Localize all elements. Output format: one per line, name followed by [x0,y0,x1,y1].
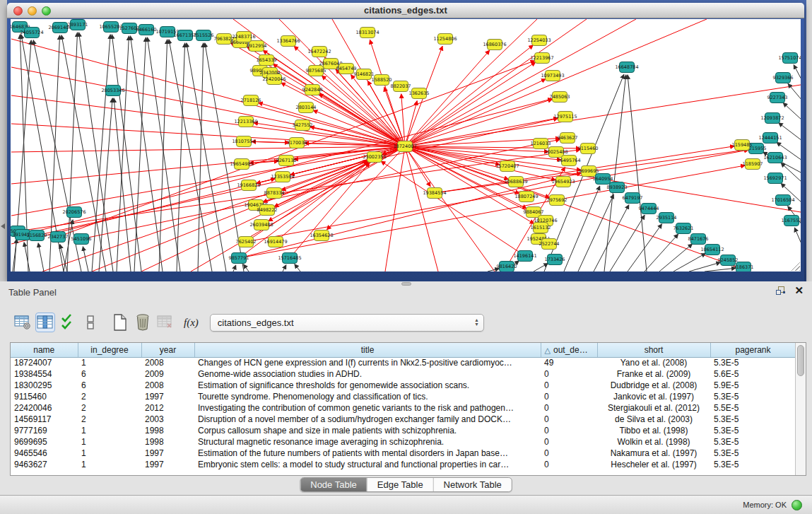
table-cell[interactable]: 14569117 [11,414,78,425]
table-cell[interactable]: Yano et al. (2008) [597,357,710,368]
tab-edge-table[interactable]: Edge Table [367,478,433,491]
table-cell[interactable]: 9699695 [11,436,78,448]
delete-table-icon[interactable] [155,313,175,332]
table-cell[interactable]: 0 [541,448,597,459]
float-panel-icon[interactable] [775,286,786,296]
column-header-name[interactable]: name [11,343,78,357]
table-cell[interactable]: 5.9E-5 [710,380,795,391]
table-cell[interactable]: 9463627 [11,459,78,470]
memory-status-indicator[interactable] [792,500,802,510]
table-cell[interactable]: 0 [541,380,597,391]
table-cell[interactable]: 0 [541,402,597,414]
table-cell[interactable]: 2009 [141,368,194,380]
table-cell[interactable]: Tourette syndrome. Phenomenology and cla… [194,391,541,402]
table-cell[interactable]: 5.3E-5 [710,414,795,425]
table-cell[interactable]: Dudbridge et al. (2008) [597,380,710,391]
table-vertical-scrollbar[interactable] [795,343,806,475]
table-cell[interactable]: 0 [541,414,597,425]
table-row[interactable]: 1872400712008Changes of HCN gene express… [11,357,795,368]
table-cell[interactable]: Corpus callosum shape and size in male p… [194,425,541,436]
table-cell[interactable]: 9465546 [11,448,78,459]
window-titlebar[interactable]: citations_edges.txt [7,3,804,18]
column-header-in-degree[interactable]: in_degree [78,343,141,357]
table-row[interactable]: 911546021997Tourette syndrome. Phenomeno… [11,391,795,402]
table-cell[interactable]: de Silva et al. (2003) [597,414,710,425]
minimize-window-icon[interactable] [28,6,37,16]
new-column-icon[interactable] [110,313,130,332]
zoom-window-icon[interactable] [42,6,51,16]
function-builder-icon[interactable]: f(x) [184,317,199,329]
close-panel-icon[interactable]: ✕ [794,285,804,296]
table-cell[interactable]: 2012 [141,402,194,414]
table-cell[interactable]: 2 [78,391,141,402]
table-row[interactable]: 969969511998Structural magnetic resonanc… [11,436,795,448]
rows-icon[interactable] [81,313,100,332]
table-cell[interactable]: 5.3E-5 [710,459,795,470]
column-visibility-icon[interactable] [35,313,55,332]
table-cell[interactable]: 1 [78,357,141,368]
table-row[interactable]: 2242004622012Investigating the contribut… [11,402,795,414]
table-cell[interactable]: 1997 [141,459,194,470]
table-cell[interactable]: Investigating the contribution of common… [194,402,541,414]
table-cell[interactable]: 6 [78,380,141,391]
table-cell[interactable]: 1 [78,448,141,459]
table-row[interactable]: 1938455462009Genome-wide association stu… [11,368,795,380]
table-cell[interactable]: Franke et al. (2009) [597,368,710,380]
table-cell[interactable]: 0 [541,436,597,448]
column-header-year[interactable]: year [141,343,194,357]
table-cell[interactable]: 1998 [141,436,194,448]
table-cell[interactable]: Jankovic et al. (1997) [597,391,710,402]
table-cell[interactable]: Structural magnetic resonance image aver… [194,436,541,448]
table-cell[interactable]: 22420046 [11,402,78,414]
table-cell[interactable]: Stergiakouli et al. (2012) [597,402,710,414]
table-row[interactable]: 1830029562008Estimation of significance … [11,380,795,391]
table-cell[interactable]: 1998 [141,425,194,436]
table-cell[interactable]: 2008 [141,357,194,368]
column-header-pagerank[interactable]: pagerank [710,343,795,357]
table-cell[interactable]: 0 [541,391,597,402]
table-selector[interactable]: citations_edges.txt ▲▼ [210,314,484,332]
table-cell[interactable]: 9777169 [11,425,78,436]
table-cell[interactable]: 1997 [141,391,194,402]
table-scroll-area[interactable]: namein_degreeyeartitle△out_de…shortpager… [11,343,795,475]
table-cell[interactable]: Nakamura et al. (1997) [597,448,710,459]
table-row[interactable]: 946554611997Estimation of the future num… [11,448,795,459]
table-cell[interactable]: 5.3E-5 [710,357,795,368]
column-header-short[interactable]: short [597,343,710,357]
table-cell[interactable]: 1997 [141,448,194,459]
table-cell[interactable]: 6 [78,368,141,380]
table-cell[interactable]: Disruption of a novel member of a sodium… [194,414,541,425]
table-cell[interactable]: 18300295 [11,380,78,391]
table-cell[interactable]: 2 [78,414,141,425]
table-cell[interactable]: Estimation of the future numbers of pati… [194,448,541,459]
table-cell[interactable]: 5.3E-5 [710,436,795,448]
panel-collapse-arrow-icon[interactable] [1,223,5,229]
select-checks-icon[interactable] [58,313,78,332]
table-cell[interactable]: Estimation of significance thresholds fo… [194,380,541,391]
table-cell[interactable]: Wolkin et al. (1998) [597,436,710,448]
table-cell[interactable]: 2 [78,402,141,414]
table-cell[interactable]: 5.3E-5 [710,448,795,459]
network-canvas[interactable]: 1646839240557242069140628931711065528715… [11,19,801,271]
table-cell[interactable]: 2008 [141,380,194,391]
table-cell[interactable]: 5.5E-5 [710,402,795,414]
table-cell[interactable]: 0 [541,368,597,380]
table-cell[interactable]: 18724007 [11,357,78,368]
table-cell[interactable]: Changes of HCN gene expression and I(f) … [194,357,541,368]
table-row[interactable]: 1456911722003Disruption of a novel membe… [11,414,795,425]
column-header-title[interactable]: title [194,343,541,357]
tab-node-table[interactable]: Node Table [300,478,367,491]
table-cell[interactable]: Hescheler et al. (1997) [597,459,710,470]
table-cell[interactable]: 1 [78,436,141,448]
table-cell[interactable]: 1 [78,425,141,436]
table-row[interactable]: 946362711997Embryonic stem cells: a mode… [11,459,795,470]
table-cell[interactable]: 5.6E-5 [710,368,795,380]
table-cell[interactable]: Genome-wide association studies in ADHD. [194,368,541,380]
scrollbar-thumb[interactable] [797,345,804,376]
table-cell[interactable]: 19384554 [11,368,78,380]
table-cell[interactable]: Embryonic stem cells: a model to study s… [194,459,541,470]
table-cell[interactable]: 0 [541,459,597,470]
tab-network-table[interactable]: Network Table [433,478,512,491]
column-header-out-de-[interactable]: △out_de… [541,343,597,357]
table-cell[interactable]: 5.3E-5 [710,425,795,436]
